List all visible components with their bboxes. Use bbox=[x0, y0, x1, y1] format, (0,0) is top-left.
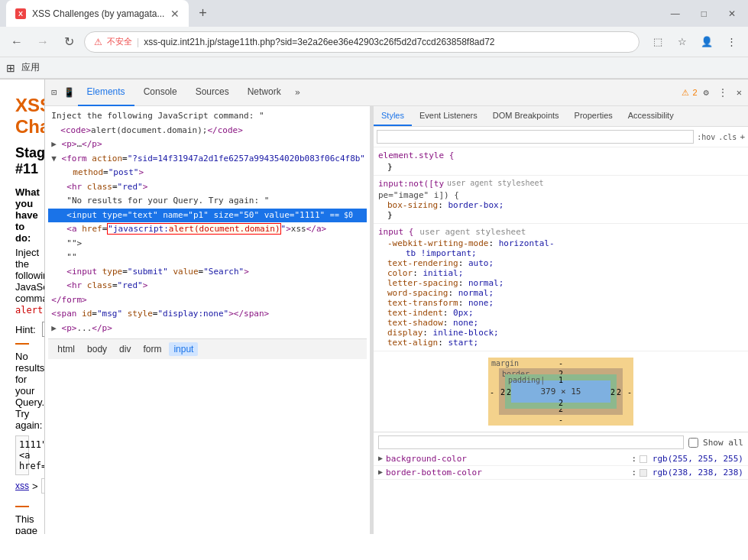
html-line: </form> bbox=[48, 293, 367, 308]
css-attr-line: pe="image" i]) { bbox=[378, 190, 743, 200]
devtools-tabs: ⊡ 📱 Elements Console Sources Network » ⚠… bbox=[45, 79, 748, 106]
cast-button[interactable]: ⬚ bbox=[647, 31, 669, 53]
hint-row: Hint: bbox=[15, 322, 29, 337]
refresh-button[interactable]: ↻ bbox=[58, 31, 79, 53]
css-webkit-writing2: tb !important; bbox=[378, 248, 743, 258]
prop-value: rgb(255, 255, 255) bbox=[640, 454, 743, 464]
breadcrumb-form[interactable]: form bbox=[138, 342, 166, 356]
properties-filter-input[interactable] bbox=[378, 435, 684, 449]
filter-cls[interactable]: .cls bbox=[718, 133, 737, 141]
border-right-val: 2 bbox=[617, 387, 621, 396]
address-bar[interactable]: ⚠ 不安全 | xss-quiz.int21h.jp/stage11th.php… bbox=[84, 31, 640, 53]
what-label: What you have to do: bbox=[15, 186, 29, 244]
prop-expand-icon[interactable]: ▶ bbox=[378, 454, 383, 464]
nav-bar: ← → ↻ ⚠ 不安全 | xss-quiz.int21h.jp/stage11… bbox=[0, 27, 748, 57]
nav-icon-buttons: ⬚ ☆ 👤 ⋮ bbox=[647, 31, 742, 53]
css-text-indent: text-indent: 0px; bbox=[378, 308, 743, 318]
devtools-tab-console[interactable]: Console bbox=[134, 79, 186, 106]
css-block-input-not: input:not([ty user agent stylesheet pe="… bbox=[374, 176, 748, 224]
devtools-close-icon[interactable]: ✕ bbox=[733, 84, 745, 101]
styles-tab-event-listeners[interactable]: Event Listeners bbox=[412, 106, 485, 126]
css-word-spacing: word-spacing: normal; bbox=[378, 288, 743, 298]
filter-hov[interactable]: :hov bbox=[697, 133, 715, 141]
warning-triangle-icon: ⚠ bbox=[682, 88, 689, 98]
html-line: <hr class="red"> bbox=[48, 180, 367, 195]
breadcrumb-input[interactable]: input bbox=[169, 342, 198, 356]
search-separator: > bbox=[32, 481, 38, 492]
profile-button[interactable]: 👤 bbox=[696, 31, 717, 53]
prop-expand-icon[interactable]: ▶ bbox=[378, 468, 383, 477]
new-tab-button[interactable]: + bbox=[192, 3, 213, 24]
elements-panel[interactable]: Inject the following JavaScript command:… bbox=[45, 106, 371, 534]
devtools-tab-sources[interactable]: Sources bbox=[186, 79, 238, 106]
styles-panel: Styles Event Listeners DOM Breakpoints P… bbox=[374, 106, 748, 534]
breadcrumb-body[interactable]: body bbox=[83, 342, 112, 356]
padding-label: padding| bbox=[508, 376, 545, 384]
properties-filter-bar: Show all bbox=[374, 432, 748, 452]
tab-title: XSS Challenges (by yamagata... bbox=[32, 8, 164, 19]
prop-item-border-bottom-color: ▶ border-bottom-color : rgb(238, 238, 23… bbox=[374, 466, 748, 480]
browser-tab-active[interactable]: X XSS Challenges (by yamagata... ✕ bbox=[6, 0, 189, 27]
devtools-more-tabs[interactable]: » bbox=[292, 84, 303, 101]
stage-title: Stage #11 bbox=[15, 145, 29, 177]
css-text-rendering: text-rendering: auto; bbox=[378, 258, 743, 268]
devtools-menu-icon[interactable]: ⋮ bbox=[715, 84, 730, 101]
styles-tab-accessibility[interactable]: Accessibility bbox=[620, 106, 682, 126]
margin-top-val: - bbox=[559, 359, 563, 367]
apps-icon: ⊞ bbox=[6, 62, 15, 74]
breadcrumb-div[interactable]: div bbox=[115, 342, 135, 356]
html-line-selected[interactable]: <input type="text" name="p1" size="50" v… bbox=[48, 209, 367, 223]
divider-top bbox=[15, 343, 29, 345]
html-line: ▶ <p>...</p> bbox=[48, 322, 367, 336]
html-line: <hr class="red"> bbox=[48, 279, 367, 293]
forward-button[interactable]: → bbox=[32, 31, 53, 53]
show-all-label: Show all bbox=[703, 438, 743, 448]
close-button[interactable]: ✕ bbox=[722, 7, 742, 21]
styles-tab-styles[interactable]: Styles bbox=[374, 106, 412, 126]
window-controls: — □ ✕ bbox=[665, 7, 742, 21]
css-selector: element.style { bbox=[378, 151, 743, 160]
breadcrumb-html[interactable]: html bbox=[53, 342, 79, 356]
maximize-button[interactable]: □ bbox=[695, 7, 713, 21]
devtools-inspect-icon[interactable]: ⊡ bbox=[48, 87, 60, 98]
css-prop-box-sizing: box-sizing: border-box; bbox=[378, 200, 743, 210]
html-line: method="post"> bbox=[48, 166, 367, 180]
show-all-checkbox[interactable] bbox=[688, 438, 698, 448]
menu-button[interactable]: ⋮ bbox=[720, 31, 742, 53]
bookmark-button[interactable]: ☆ bbox=[672, 31, 693, 53]
css-color: color: initial; bbox=[378, 268, 743, 278]
styles-filter-input[interactable] bbox=[377, 130, 694, 144]
css-text-align: text-align: start; bbox=[378, 338, 743, 348]
devtools-panel: ⊡ 📱 Elements Console Sources Network » ⚠… bbox=[45, 79, 748, 534]
breadcrumb-bar: html body div form input bbox=[48, 338, 367, 359]
padding-left-val: 2 bbox=[507, 387, 511, 396]
footer: This page was written by yamagata21, ins… bbox=[15, 513, 29, 534]
back-button[interactable]: ← bbox=[6, 31, 28, 53]
devtools-device-icon[interactable]: 📱 bbox=[60, 87, 78, 98]
devtools-tab-elements[interactable]: Elements bbox=[78, 79, 134, 106]
devtools-warning: ⚠ 2 bbox=[682, 88, 697, 98]
styles-tabs: Styles Event Listeners DOM Breakpoints P… bbox=[374, 106, 748, 127]
html-line: Inject the following JavaScript command:… bbox=[48, 109, 367, 124]
inject-desc: Inject the following JavaScript command:… bbox=[15, 247, 29, 316]
xss-link[interactable]: xss bbox=[15, 481, 29, 491]
styles-tab-properties[interactable]: Properties bbox=[567, 106, 620, 126]
inject-prefix: Inject the following JavaScript command: bbox=[15, 247, 45, 304]
filter-plus[interactable]: + bbox=[740, 132, 745, 142]
css-letter-spacing: letter-spacing: normal; bbox=[378, 278, 743, 288]
html-line: ""> bbox=[48, 237, 367, 251]
tab-close-button[interactable]: ✕ bbox=[170, 8, 180, 20]
box-model-container: margin - - - - border 2 2 2 2 bbox=[488, 358, 633, 426]
page-title: XSS Challenges bbox=[15, 95, 29, 138]
box-margin: margin - - - - border 2 2 2 2 bbox=[488, 358, 633, 426]
devtools-tab-network[interactable]: Network bbox=[238, 79, 290, 106]
css-close: } bbox=[378, 210, 743, 220]
margin-label: margin bbox=[491, 359, 519, 367]
margin-left-val: - bbox=[490, 387, 494, 396]
styles-tab-dom-breakpoints[interactable]: DOM Breakpoints bbox=[485, 106, 567, 126]
html-line: <a href="javascript:alert(document.domai… bbox=[48, 222, 367, 237]
margin-bottom-val: - bbox=[559, 416, 563, 424]
minimize-button[interactable]: — bbox=[665, 7, 686, 21]
devtools-settings-icon[interactable]: ⚙ bbox=[701, 84, 712, 101]
insecure-label: 不安全 bbox=[107, 36, 132, 47]
